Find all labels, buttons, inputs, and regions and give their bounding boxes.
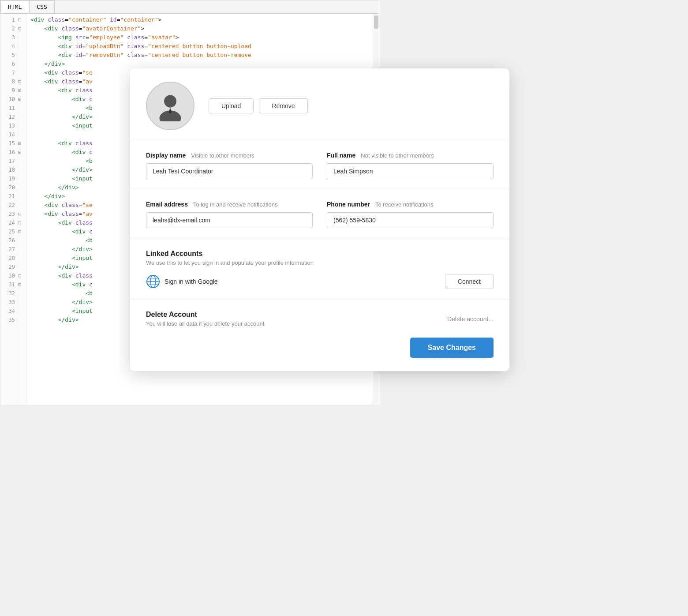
save-changes-button[interactable]: Save Changes [410, 338, 494, 358]
google-label: Sign in with Google [165, 278, 218, 285]
contact-section: Email address To log in and receive noti… [130, 190, 509, 239]
linked-row: Sign in with Google Connect [146, 274, 494, 289]
save-section: Save Changes [130, 338, 509, 358]
linked-title: Linked Accounts [146, 250, 494, 258]
delete-subtitle: You will lose all data if you delete you… [146, 320, 264, 327]
email-label: Email address [146, 201, 188, 208]
collapse-gutters: ⊟⊟ ⊟⊟⊟ ⊟⊟ ⊟⊟ ⊟ ⊟⊟ [18, 14, 27, 405]
display-name-header: Display name Visible to other members [146, 152, 313, 159]
profile-modal: Upload Remove Display name Visible to ot… [130, 68, 509, 371]
svg-rect-3 [169, 107, 171, 109]
connect-button[interactable]: Connect [445, 274, 494, 289]
linked-subtitle: We use this to let you sign in and popul… [146, 259, 494, 266]
email-input[interactable] [146, 212, 313, 228]
phone-label: Phone number [327, 201, 370, 208]
linked-accounts-section: Linked Accounts We use this to let you s… [130, 239, 509, 300]
upload-button[interactable]: Upload [209, 98, 254, 113]
name-section: Display name Visible to other members Fu… [130, 141, 509, 190]
email-group: Email address To log in and receive noti… [146, 201, 313, 228]
avatar [146, 82, 194, 130]
phone-hint: To receive notifications [375, 201, 434, 208]
line-numbers: 12345 678910 1112131415 1617181920 21222… [0, 14, 18, 405]
remove-button[interactable]: Remove [259, 98, 307, 113]
full-name-label: Full name [327, 152, 355, 159]
contact-form-row: Email address To log in and receive noti… [146, 201, 494, 228]
full-name-group: Full name Not visible to other members [327, 152, 494, 179]
display-name-label: Display name [146, 152, 186, 159]
full-name-header: Full name Not visible to other members [327, 152, 494, 159]
display-name-input[interactable] [146, 163, 313, 179]
delete-title: Delete Account [146, 311, 264, 319]
phone-group: Phone number To receive notifications [327, 201, 494, 228]
name-form-row: Display name Visible to other members Fu… [146, 152, 494, 179]
tab-css[interactable]: CSS [29, 0, 54, 13]
avatar-buttons: Upload Remove [209, 98, 308, 113]
delete-account-section: Delete Account You will lose all data if… [130, 300, 509, 338]
globe-icon [146, 274, 160, 289]
scrollbar-thumb[interactable] [374, 15, 378, 29]
delete-account-link[interactable]: Delete account... [447, 316, 494, 323]
tab-html[interactable]: HTML [0, 0, 29, 13]
phone-input[interactable] [327, 212, 494, 228]
phone-header: Phone number To receive notifications [327, 201, 494, 208]
email-hint: To log in and receive notifications [193, 201, 278, 208]
avatar-section: Upload Remove [130, 68, 509, 141]
email-header: Email address To log in and receive noti… [146, 201, 313, 208]
full-name-input[interactable] [327, 163, 494, 179]
google-sign-in: Sign in with Google [146, 274, 218, 289]
svg-point-0 [164, 95, 176, 108]
editor-tabs: HTML CSS [0, 0, 379, 14]
full-name-hint: Not visible to other members [361, 152, 434, 159]
display-name-hint: Visible to other members [191, 152, 254, 159]
delete-info: Delete Account You will lose all data if… [146, 311, 264, 327]
display-name-group: Display name Visible to other members [146, 152, 313, 179]
